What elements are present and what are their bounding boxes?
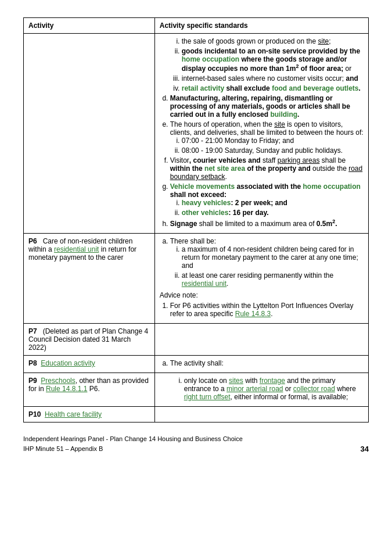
minor-arterial-link: minor arterial road xyxy=(226,385,283,393)
header-standards: Activity specific standards xyxy=(154,18,368,34)
list-item: 08:00 - 19:00 Saturday, Sunday and publi… xyxy=(182,146,364,155)
site-link: site xyxy=(318,37,329,45)
list-item: There shall be: a maximum of 4 non-resid… xyxy=(170,237,364,288)
list-item: For P6 activities within the Lyttelton P… xyxy=(170,302,364,318)
standards-cell-p7 xyxy=(154,324,368,356)
table-row-p10: P10 Health care facility xyxy=(24,407,369,422)
footer-left: Independent Hearings Panel - Plan Change… xyxy=(23,434,243,453)
list-item: The hours of operation, when the site is… xyxy=(170,120,364,155)
rule-link: Rule 14.8.3 xyxy=(235,310,271,318)
residential-unit-link: residential unit xyxy=(54,245,99,253)
list-item: 07:00 - 21:00 Monday to Friday; and xyxy=(182,137,364,145)
advice-note-label: Advice note: xyxy=(160,291,364,299)
site-link2: site xyxy=(274,120,285,128)
footer: Independent Hearings Panel - Plan Change… xyxy=(23,434,369,453)
standards-cell-p9: only locate on sites with frontage and t… xyxy=(154,373,368,407)
list-item: The activity shall: xyxy=(170,359,364,367)
table-row-p9: P9 Preschools, other than as provided fo… xyxy=(24,373,369,407)
footer-line1: Independent Hearings Panel - Plan Change… xyxy=(23,434,243,444)
table-row-p7: P7 (Deleted as part of Plan Change 4 Cou… xyxy=(24,324,369,356)
collector-road-link: collector road xyxy=(293,385,335,393)
main-table: Activity Activity specific standards the… xyxy=(23,17,369,422)
residential-unit-link2: residential unit xyxy=(182,280,226,288)
frontage-link: frontage xyxy=(260,377,285,385)
right-turn-link: right turn offset xyxy=(184,393,231,401)
activity-cell-p6: P6 Care of non-resident children within … xyxy=(24,234,155,324)
list-item: retail activity shall exclude food and b… xyxy=(182,84,364,92)
health-care-link: Health care facility xyxy=(45,410,102,418)
list-item: Visitor, courier vehicles and staff park… xyxy=(170,156,364,181)
preschools-link: Preschools xyxy=(41,377,75,385)
list-item: other vehicles: 16 per day. xyxy=(182,209,364,217)
activity-cell-continuation xyxy=(24,34,155,234)
list-item: Vehicle movements associated with the ho… xyxy=(170,182,364,217)
list-item: Manufacturing, altering, repairing, dism… xyxy=(170,94,364,119)
sites-link: sites xyxy=(229,377,243,385)
page-number: 34 xyxy=(361,445,369,453)
rule-14811-link: Rule 14.8.1.1 xyxy=(46,385,87,393)
list-item: heavy vehicles: 2 per week; and xyxy=(182,199,364,207)
list-item: internet-based sales where no customer v… xyxy=(182,74,364,83)
education-activity-link: Education activity xyxy=(41,359,95,367)
standards-cell-p8: The activity shall: xyxy=(154,356,368,373)
table-row-p6: P6 Care of non-resident children within … xyxy=(24,234,369,324)
standards-cell-continuation: the sale of goods grown or produced on t… xyxy=(154,34,368,234)
standards-cell-p6: There shall be: a maximum of 4 non-resid… xyxy=(154,234,368,324)
p9-label: P9 xyxy=(28,377,37,385)
activity-cell-p9: P9 Preschools, other than as provided fo… xyxy=(24,373,155,407)
list-item: a maximum of 4 non-resident children bei… xyxy=(182,245,364,270)
footer-line2: IHP Minute 51 – Appendix B xyxy=(23,444,243,454)
p7-label: P7 xyxy=(28,327,37,335)
table-row-p8: P8 Education activity The activity shall… xyxy=(24,356,369,373)
standards-cell-p10 xyxy=(154,407,368,422)
list-item: Signage shall be limited to a maximum ar… xyxy=(170,219,364,228)
header-activity: Activity xyxy=(24,18,155,34)
activity-cell-p8: P8 Education activity xyxy=(24,356,155,373)
page-content: Activity Activity specific standards the… xyxy=(23,17,369,453)
list-item: at least one carer residing permanently … xyxy=(182,271,364,288)
parking-link: parking areas xyxy=(278,156,320,164)
table-row: the sale of goods grown or produced on t… xyxy=(24,34,369,234)
p6-label: P6 xyxy=(28,237,37,245)
p8-label: P8 xyxy=(28,359,37,367)
activity-cell-p10: P10 Health care facility xyxy=(24,407,155,422)
list-item: goods incidental to an on-site service p… xyxy=(182,47,364,73)
activity-cell-p7: P7 (Deleted as part of Plan Change 4 Cou… xyxy=(24,324,155,356)
p10-label: P10 xyxy=(28,410,41,418)
list-item: the sale of goods grown or produced on t… xyxy=(182,37,364,45)
list-item: only locate on sites with frontage and t… xyxy=(184,377,364,401)
